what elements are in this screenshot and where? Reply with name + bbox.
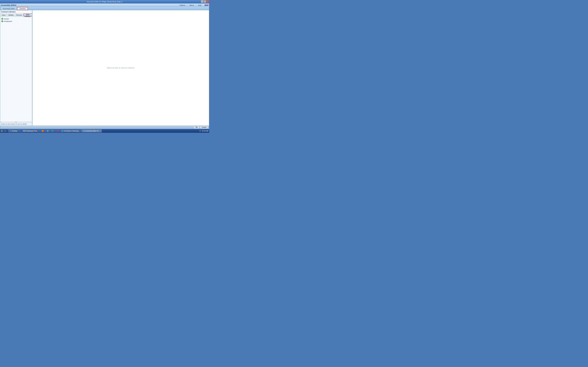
title-bar-controls: — ❐ ✕ (201, 0, 209, 3)
taskbar-start: ≡ (0, 130, 7, 132)
help-menu[interactable]: Help (197, 4, 202, 6)
close-button[interactable]: ✕ (207, 0, 209, 3)
title-bar-text: Assembly Editor for Stage_Hierarchical_D… (87, 1, 122, 3)
taskbar-datastage-flow[interactable]: IBM DataStage Flow ... (19, 130, 40, 132)
validate-button[interactable]: Validate (7, 14, 15, 16)
taskbar-apps: Desktop IBM DataStage Flow ... InfroSphe… (7, 130, 199, 132)
scroll-indicator (16, 122, 17, 123)
tab-assembly-editor[interactable]: Assembly Editor (1, 7, 17, 10)
svg-rect-1 (2, 130, 2, 131)
isaLite-label: isaLite (4, 18, 9, 20)
library-list: isaLite employees (0, 17, 32, 122)
assembly-editor-label: Assembly Editor for ... (86, 130, 100, 132)
content-placeholder: Select an item to view its contents. (107, 67, 135, 69)
ibm-logo: IBM (204, 4, 208, 6)
window-inner: Assembly Editor Options | About | Help I… (0, 3, 209, 129)
taskbar-app-4[interactable] (45, 130, 50, 132)
datastage-flow-icon (20, 130, 22, 132)
open-button[interactable]: Open (1, 14, 7, 16)
cancel-button[interactable]: Cancel (200, 126, 208, 129)
app-title: Assembly Editor (1, 4, 17, 6)
employees-label: employees (4, 20, 12, 22)
minimize-button[interactable]: — (201, 0, 203, 3)
right-panel: Select an item to view its contents. (33, 10, 209, 125)
isaLite-icon (1, 18, 3, 20)
desktop-icon (9, 130, 11, 132)
taskbar-app-3[interactable] (40, 130, 45, 132)
app3-icon (42, 130, 44, 132)
main-window: Assembly Editor Options | About | Help I… (0, 3, 209, 129)
options-menu[interactable]: Options (179, 4, 186, 6)
taskbar-assembly-editor[interactable]: Assembly Editor for ... (82, 130, 102, 132)
desktop-label: Desktop (12, 130, 17, 132)
restore-button[interactable]: ❐ (204, 0, 206, 3)
taskbar-time: 10:54 AM (202, 130, 208, 132)
taskbar-desktop[interactable]: Desktop (8, 130, 19, 132)
title-bar: Assembly Editor for Stage_Hierarchical_D… (0, 0, 209, 3)
new-library-button[interactable]: New Library... (23, 14, 32, 16)
taskbar-infosphere[interactable]: InfroSphere DataStag... (60, 130, 81, 132)
remove-button[interactable]: Remove (15, 14, 23, 16)
list-item[interactable]: isaLite (1, 17, 31, 20)
svg-rect-3 (2, 131, 2, 132)
datastage-flow-label: IBM DataStage Flow ... (23, 130, 39, 132)
tab-libraries[interactable]: Libraries (17, 7, 28, 10)
assembly-editor-icon (83, 130, 85, 132)
taskbar-tray: 10:54 AM (199, 130, 209, 132)
panel-footer: Select an item above to see its details (0, 123, 32, 125)
bottom-toolbar: OK Cancel (0, 125, 209, 129)
employees-icon (1, 20, 3, 22)
start-icon[interactable] (1, 130, 3, 132)
taskbar-app-6[interactable] (55, 130, 60, 132)
contract-libraries-header: Contract Libraries (0, 10, 32, 13)
svg-rect-0 (1, 130, 2, 131)
app6-icon (57, 130, 58, 132)
app4-icon (47, 130, 49, 132)
show-desktop-icon[interactable]: ≡ (4, 130, 7, 132)
tray-icon-1 (199, 130, 201, 132)
about-menu[interactable]: About (189, 4, 194, 6)
taskbar-app-5[interactable] (50, 130, 55, 132)
tabs-row: Assembly Editor Libraries (0, 7, 209, 10)
separator-1: | (187, 4, 188, 6)
menu-bar: Assembly Editor Options | About | Help I… (0, 3, 209, 7)
panel-toolbar: Open Validate Remove New Library... (0, 13, 32, 17)
svg-rect-2 (1, 131, 2, 132)
taskbar: ≡ Desktop IBM DataStage Flow ... InfroSp… (0, 129, 209, 133)
infosphere-icon (61, 130, 63, 132)
left-panel: Contract Libraries Open Validate Remove … (0, 10, 32, 125)
infosphere-label: InfroSphere DataStag... (64, 130, 80, 132)
list-item[interactable]: employees (1, 20, 31, 23)
menu-items: Options | About | Help IBM (179, 4, 208, 6)
main-content: Contract Libraries Open Validate Remove … (0, 10, 209, 125)
app5-icon (52, 130, 53, 132)
separator-2: | (196, 4, 196, 6)
ok-button[interactable]: OK (194, 126, 199, 129)
